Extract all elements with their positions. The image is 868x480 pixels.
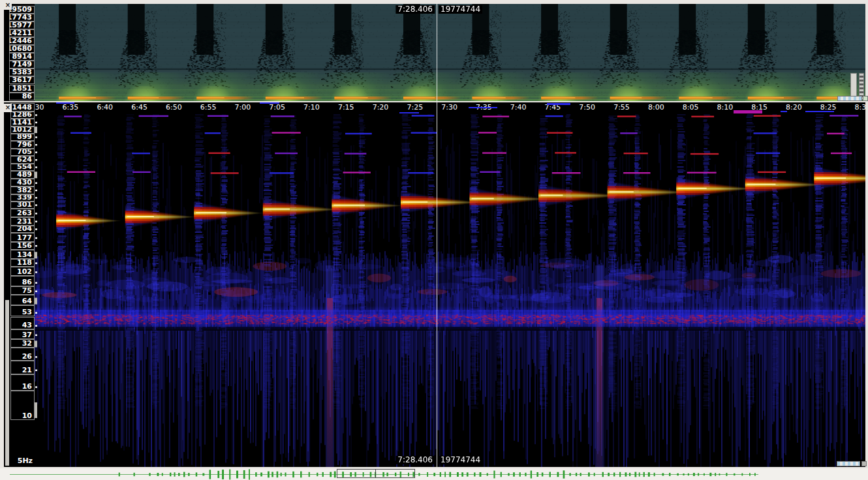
detail-spectrogram-canvas[interactable] xyxy=(35,102,865,467)
detail-freq-label: 16 xyxy=(10,374,35,391)
detail-freq-label: 118 xyxy=(10,259,35,267)
detail-freq-label: 64 xyxy=(10,295,35,305)
detail-freq-label: 86 xyxy=(10,276,35,286)
time-tick-label: 7:00 xyxy=(235,102,251,113)
detail-freq-label: 134 xyxy=(10,250,35,259)
detail-freq-label: 301 xyxy=(10,202,35,209)
detail-freq-label: 339 xyxy=(10,194,35,202)
detail-freq-label: 32 xyxy=(10,339,35,348)
detail-freq-label: 26 xyxy=(10,348,35,361)
overview-spectrogram-canvas[interactable] xyxy=(35,4,865,101)
time-tick-label: 8:10 xyxy=(717,102,733,113)
time-tick-label: 7:50 xyxy=(579,102,595,113)
time-tick-label: 6:45 xyxy=(131,102,147,113)
detail-freq-label: 53 xyxy=(10,305,35,317)
detail-freq-label: 705 xyxy=(10,149,35,157)
detail-freq-label: 10 xyxy=(10,391,35,420)
detail-freq-label: 382 xyxy=(10,187,35,194)
detail-freq-label: 796 xyxy=(10,141,35,149)
time-tick-label: 8:20 xyxy=(786,102,802,113)
overview-freq-label: 86 xyxy=(9,93,35,100)
detail-freq-label: 430 xyxy=(10,179,35,187)
overview-frequency-scale: 1950917743159771421112446106808914714953… xyxy=(4,4,35,101)
detail-freq-label: 21 xyxy=(10,361,35,374)
detail-processing-progress-bar xyxy=(837,461,860,466)
overview-freq-label: 14211 xyxy=(9,29,35,37)
close-detail-pane-button[interactable]: × xyxy=(4,104,12,112)
overview-cursor-time: 7:28.406 xyxy=(395,5,435,14)
detail-freq-label: 43 xyxy=(10,317,35,330)
ruler-spectral-mark xyxy=(781,111,787,112)
overview-freq-label: 1851 xyxy=(9,85,35,93)
time-tick-label: 8:30 xyxy=(855,102,865,113)
panner-strip xyxy=(0,468,868,480)
detail-freq-label: 1286 xyxy=(10,112,35,119)
detail-freq-label: 1448 xyxy=(10,103,35,112)
overview-freq-label: 10680 xyxy=(9,45,35,53)
detail-freq-label: 75 xyxy=(10,286,35,295)
overview-freq-label: 19509 xyxy=(9,6,35,14)
overview-freq-label: 8914 xyxy=(9,53,35,61)
time-tick-label: 7:30 xyxy=(441,102,457,113)
overview-freq-label: 3617 xyxy=(9,76,35,84)
overview-freq-label: 5383 xyxy=(9,68,35,76)
detail-freq-label: 204 xyxy=(10,226,35,233)
detail-cursor-sample: 19774744 xyxy=(439,456,482,464)
detail-frequency-scale: 5Hz 144812861141101289979670562455448943… xyxy=(4,102,35,467)
application-window: 1950917743159771421112446106808914714953… xyxy=(0,0,868,480)
ruler-spectral-mark xyxy=(734,110,762,113)
detail-freq-label: 37 xyxy=(10,329,35,338)
overview-cursor-sample: 19774744 xyxy=(439,5,482,14)
overview-playhead-line xyxy=(437,4,437,101)
time-tick-label: 7:05 xyxy=(269,102,285,113)
overview-freq-label: 15977 xyxy=(9,22,35,29)
detail-playhead-line xyxy=(437,102,437,467)
detail-freq-label: 554 xyxy=(10,164,35,171)
overview-freq-label: 7149 xyxy=(9,61,35,68)
ruler-spectral-mark xyxy=(547,103,570,105)
frequency-scrollbar-thumb[interactable] xyxy=(5,300,9,466)
close-overview-pane-button[interactable]: × xyxy=(4,1,12,10)
frequency-unit-label: 5Hz xyxy=(18,457,33,465)
detail-freq-label: 263 xyxy=(10,209,35,217)
detail-freq-label: 156 xyxy=(10,242,35,250)
time-tick-label: 7:15 xyxy=(338,102,354,113)
time-tick-label: 6:35 xyxy=(63,102,79,113)
overview-freq-label: 17743 xyxy=(9,14,35,22)
detail-freq-label: 231 xyxy=(10,217,35,225)
ruler-spectral-mark xyxy=(260,102,279,104)
panner-view-rectangle[interactable] xyxy=(337,469,415,478)
time-tick-label: 6:40 xyxy=(97,102,113,113)
detail-freq-label: 624 xyxy=(10,156,35,164)
time-tick-label: 6:50 xyxy=(166,102,182,113)
time-tick-label: 6:55 xyxy=(200,102,217,113)
ruler-spectral-mark xyxy=(469,107,497,108)
time-tick-label: 7:10 xyxy=(303,102,320,113)
overview-freq-label: 12446 xyxy=(9,37,35,45)
detail-freq-label: 177 xyxy=(10,233,35,241)
time-tick-label: 7:55 xyxy=(613,102,630,113)
time-tick-label: 8:00 xyxy=(648,102,664,113)
time-tick-label: 7:40 xyxy=(510,102,527,113)
ruler-spectral-mark xyxy=(805,111,834,112)
detail-freq-label: 1012 xyxy=(10,127,35,134)
detail-cursor-time: 7:28.406 xyxy=(395,456,435,464)
time-tick-label: 7:20 xyxy=(373,102,389,113)
detail-freq-label: 1141 xyxy=(10,119,35,126)
ruler-spectral-mark xyxy=(399,112,419,113)
ruler-spectral-mark xyxy=(56,102,74,104)
overview-waveform-canvas[interactable] xyxy=(0,468,868,480)
overview-processing-progress-bar xyxy=(837,96,862,101)
detail-freq-label: 102 xyxy=(10,267,35,276)
detail-freq-label: 899 xyxy=(10,134,35,141)
panner-playhead xyxy=(375,470,376,477)
time-tick-label: 8:05 xyxy=(683,102,699,113)
overview-status-square xyxy=(863,96,868,101)
detail-freq-label: 489 xyxy=(10,171,35,179)
detail-status-square xyxy=(861,461,867,466)
